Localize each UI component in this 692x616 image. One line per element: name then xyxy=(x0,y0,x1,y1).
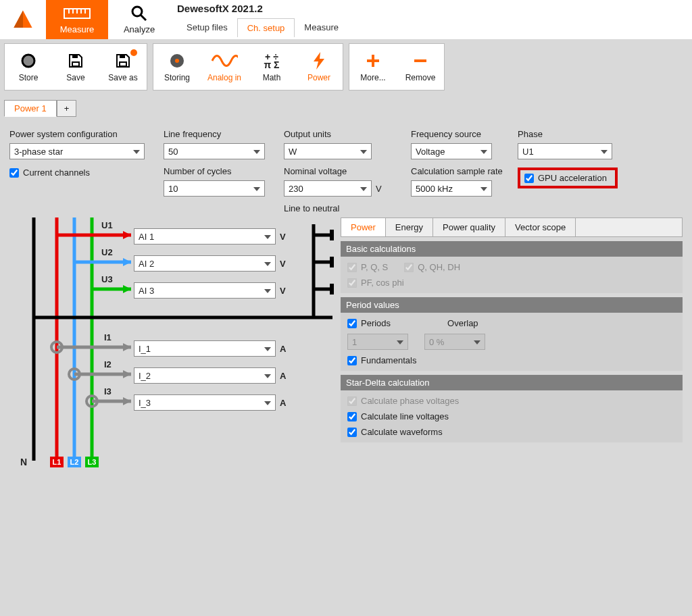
saveas-button[interactable]: Save as xyxy=(99,44,147,90)
bolt-icon xyxy=(312,51,326,70)
nc-label: Number of cycles xyxy=(164,166,272,176)
app-title: DewesoftX 2021.2 xyxy=(177,3,685,14)
magnify-icon xyxy=(130,5,148,22)
analogin-button[interactable]: Analog in xyxy=(201,44,248,90)
phase-select[interactable]: U1 xyxy=(518,143,612,159)
save-button[interactable]: Save xyxy=(52,44,99,90)
svg-marker-26 xyxy=(123,231,131,239)
svg-marker-46 xyxy=(123,397,131,405)
period-head: Period values xyxy=(341,297,683,313)
current-channels-check[interactable]: Current channels xyxy=(9,168,151,178)
nv-unit: V xyxy=(376,184,382,194)
n-label: N xyxy=(20,457,27,467)
main-tab-measure[interactable]: Measure xyxy=(46,0,108,39)
u2-select[interactable]: AI 2 xyxy=(134,255,276,272)
svg-marker-40 xyxy=(123,343,131,351)
periods-check[interactable]: Periods xyxy=(347,318,391,328)
psc-label: Power system configuration xyxy=(9,129,151,139)
ltn-label: Line to neutral xyxy=(284,203,399,213)
storing-button[interactable]: Storing xyxy=(153,44,201,90)
u2-label: U2 xyxy=(101,247,113,257)
u2-unit: V xyxy=(280,259,286,269)
u1-select[interactable]: AI 1 xyxy=(134,228,276,245)
i3-label: I3 xyxy=(104,386,112,396)
pencil-badge-icon xyxy=(130,49,137,56)
psc-select[interactable]: 3-phase star xyxy=(9,143,145,159)
fs-label: Frequency source xyxy=(411,129,505,139)
svg-rect-36 xyxy=(330,257,334,267)
u1-label: U1 xyxy=(101,220,113,230)
u3-label: U3 xyxy=(101,274,113,284)
store-button[interactable]: Store xyxy=(5,44,52,90)
svg-rect-12 xyxy=(72,55,78,58)
main-tab-analyze-label: Analyze xyxy=(124,24,155,34)
u3-select[interactable]: AI 3 xyxy=(134,282,276,299)
sd-head: Star-Delta calculation xyxy=(341,375,683,390)
circle-icon xyxy=(20,51,36,70)
calc-line-check[interactable]: Calculate line voltages xyxy=(347,411,676,421)
svg-marker-30 xyxy=(123,285,131,293)
nv-select[interactable]: 230 xyxy=(284,180,372,197)
csr-select[interactable]: 5000 kHz xyxy=(411,180,492,197)
pqs-check: P, Q, S xyxy=(347,262,388,272)
app-logo xyxy=(0,0,46,39)
ou-select[interactable]: W xyxy=(284,143,372,159)
fs-select[interactable]: Voltage xyxy=(411,143,492,159)
rtab-vs[interactable]: Vector scope xyxy=(505,218,576,236)
i1-select[interactable]: I_1 xyxy=(134,340,276,357)
calc-phase-check: Calculate phase voltages xyxy=(347,396,676,406)
i2-select[interactable]: I_2 xyxy=(134,367,276,384)
module-tab-add[interactable]: + xyxy=(57,100,77,117)
qqhdh-check: Q, QH, DH xyxy=(404,262,460,272)
svg-rect-13 xyxy=(120,62,126,66)
rtab-pq[interactable]: Power quality xyxy=(433,218,505,236)
subtab-measure[interactable]: Measure xyxy=(295,18,348,37)
overlap-label: Overlap xyxy=(447,318,478,328)
fundamentals-check[interactable]: Fundamentals xyxy=(347,355,676,365)
remove-button[interactable]: Remove xyxy=(397,44,444,90)
ou-label: Output units xyxy=(284,129,399,139)
svg-marker-1 xyxy=(14,10,23,28)
main-tab-analyze[interactable]: Analyze xyxy=(108,0,170,39)
svg-marker-17 xyxy=(314,52,324,70)
current-channels-checkbox[interactable] xyxy=(9,168,19,178)
main-tab-measure-label: Measure xyxy=(60,24,95,34)
basic-head: Basic calculations xyxy=(341,241,683,257)
wave-icon xyxy=(211,51,238,70)
svg-point-16 xyxy=(175,59,179,63)
record-icon xyxy=(168,51,186,70)
csr-label: Calculation sample rate xyxy=(411,166,505,176)
nc-select[interactable]: 10 xyxy=(164,180,265,197)
lf-select[interactable]: 50 xyxy=(164,143,265,159)
i1-label: I1 xyxy=(104,332,112,342)
overlap-select: 0 % xyxy=(424,334,485,350)
svg-rect-14 xyxy=(120,55,125,58)
l3-label: L3 xyxy=(85,457,99,467)
module-tab-power1[interactable]: Power 1 xyxy=(4,100,57,117)
l1-label: L1 xyxy=(50,457,64,467)
svg-rect-38 xyxy=(330,284,334,294)
svg-marker-43 xyxy=(123,370,131,378)
pf-check: PF, cos phi xyxy=(347,278,676,288)
i2-unit: A xyxy=(280,371,286,381)
svg-line-9 xyxy=(141,15,146,20)
svg-point-10 xyxy=(22,55,34,67)
power-button[interactable]: Power xyxy=(295,44,343,90)
i3-unit: A xyxy=(280,398,286,408)
gpu-check[interactable]: GPU acceleration xyxy=(524,173,607,183)
gpu-highlight: GPU acceleration xyxy=(518,168,618,188)
periods-select: 1 xyxy=(347,334,408,350)
gpu-checkbox[interactable] xyxy=(524,174,534,183)
svg-rect-34 xyxy=(330,230,334,240)
rtab-energy[interactable]: Energy xyxy=(386,218,433,236)
math-button[interactable]: + ÷π Σ Math xyxy=(248,44,295,90)
calc-wave-check[interactable]: Calculate waveforms xyxy=(347,427,676,437)
subtab-setup-files[interactable]: Setup files xyxy=(177,18,237,37)
phase-label: Phase xyxy=(518,129,626,139)
subtab-ch-setup[interactable]: Ch. setup xyxy=(237,18,295,37)
i3-select[interactable]: I_3 xyxy=(134,394,276,411)
rtab-power[interactable]: Power xyxy=(341,218,386,236)
math-icon: + ÷π Σ xyxy=(264,51,279,70)
more-button[interactable]: More... xyxy=(349,44,397,90)
svg-rect-11 xyxy=(72,62,79,66)
